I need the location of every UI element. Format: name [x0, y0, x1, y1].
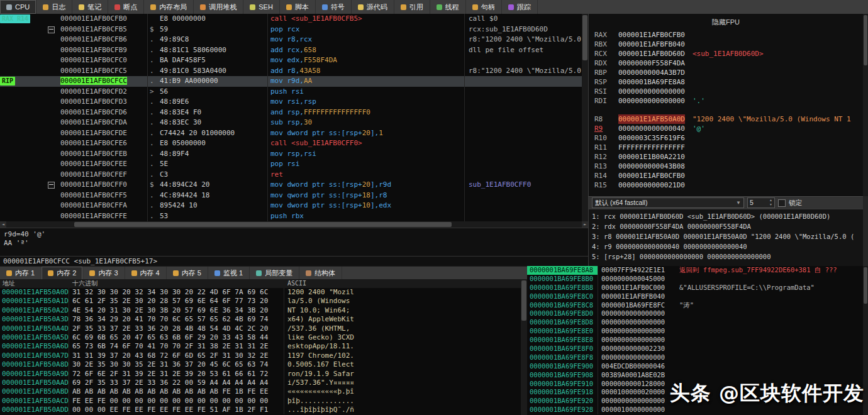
register-value[interactable]: 000001E1AFB0CFB0 — [618, 171, 685, 180]
main-tab-seh[interactable]: SEH — [243, 0, 280, 14]
dump-row[interactable]: 000001E1AFB50ADD00 00 00 EE FE EE FE EE … — [0, 406, 521, 414]
dump-scrollbar[interactable] — [521, 279, 527, 415]
collapse-function-icon[interactable] — [48, 182, 55, 189]
register-value[interactable]: 000001E1AFB0CFB0 — [618, 30, 685, 40]
disasm-row[interactable]: 000001E1AFB0CFDE.C74424 20 01000000mov d… — [0, 128, 588, 139]
stack-row[interactable]: 0000001BA69FE900004EDCDB00000046 — [527, 362, 863, 371]
main-tab-trace[interactable]: 跟踪 — [502, 0, 538, 14]
stack-row[interactable]: 0000001BA69FE8D80000000000000000 — [527, 318, 863, 327]
stack-row[interactable]: 0000001BA69FE8B00000000000045000 — [527, 275, 863, 284]
register-value[interactable]: 000001E1AFB50A0D — [618, 114, 685, 124]
disasm-row[interactable]: 000001E1AFB0CFB5$59pop rcxrcx:sub_1E1AFB… — [0, 25, 588, 35]
register-row-rax[interactable]: RAX000001E1AFB0CFB0 — [589, 30, 863, 40]
stack-row[interactable]: 0000001BA69FE8E80000000000000000 — [527, 336, 863, 345]
scroll-right-arrow-icon[interactable]: ► — [582, 221, 588, 228]
main-tab-script[interactable]: 脚本 — [280, 0, 316, 14]
disasm-row[interactable]: 000001E1AFB0CFD2>56push rsi — [0, 87, 588, 97]
main-tab-memory-map[interactable]: 内存布局 — [144, 0, 194, 14]
dump-row[interactable]: 000001E1AFB50A2D4E 54 20 31 30 2E 30 3B … — [0, 306, 521, 315]
register-value[interactable]: 0000001BA69FE8A8 — [618, 77, 685, 87]
register-row-r9[interactable]: R90000000000000040'@' — [589, 124, 863, 133]
stack-row[interactable]: 0000001BA69FE8E00000000000000000 — [527, 327, 863, 336]
dump-row[interactable]: 000001E1AFB50A9D72 6F 6E 2F 31 39 2E 31 … — [0, 370, 521, 379]
registers-pane[interactable]: 隐藏FPU RAX000001E1AFB0CFB0RBX000001E1AFBF… — [588, 14, 863, 196]
main-tab-source[interactable]: 源代码 — [352, 0, 394, 14]
hide-fpu-button[interactable]: 隐藏FPU — [589, 14, 863, 30]
dump-tab-dump-4[interactable]: 内存 4 — [125, 267, 167, 280]
lock-checkbox[interactable] — [778, 199, 786, 207]
main-tab-symbols[interactable]: 符号 — [316, 0, 352, 14]
register-value[interactable]: 000001E1AFB0D60D — [618, 49, 685, 58]
register-row-rsi[interactable]: RSI0000000000000000 — [589, 87, 863, 96]
stack-row[interactable]: 0000001BA69FE8F80000000000000000 — [527, 353, 863, 362]
register-row-rbx[interactable]: RBX000001E1AFBFB040 — [589, 40, 863, 49]
scrollbar-thumb[interactable] — [74, 222, 452, 227]
register-value[interactable]: 0000000000000000 — [618, 87, 685, 96]
disasm-row[interactable]: 000001E1AFB0CFF0$44:894C24 20mov dword p… — [0, 180, 588, 191]
dump-row[interactable]: 000001E1AFB50A6D65 73 6B 74 6F 70 41 70 … — [0, 342, 521, 351]
scrollbar-thumb[interactable] — [521, 280, 526, 321]
stack-row[interactable]: 0000001BA69FE8D00000000000000000 — [527, 309, 863, 318]
disasm-row[interactable]: RIP000001E1AFB0CFCC.41:B9 AA000000mov r9… — [0, 76, 588, 87]
register-row-r13[interactable]: R130000000000043B08 — [589, 162, 863, 171]
collapse-function-icon[interactable] — [48, 26, 55, 33]
register-row-r14[interactable]: R14000001E1AFB0CFB0 — [589, 171, 863, 180]
register-value[interactable]: 0000000000000040 — [618, 124, 685, 133]
disassembly-horizontal-scrollbar[interactable]: ◄ ► — [0, 221, 588, 228]
register-value[interactable]: 0000000000043B08 — [618, 162, 685, 171]
dump-row[interactable]: 000001E1AFB50ACDFE EE FE 00 00 00 00 00 … — [0, 397, 521, 406]
dump-row[interactable]: 000001E1AFB50A8D30 2E 35 30 30 35 2E 31 … — [0, 360, 521, 369]
arguments-pane[interactable]: 1: rcx 000001E1AFB0D60D <sub_1E1AFB0D60D… — [588, 209, 863, 266]
registers-scrollbar[interactable] — [863, 14, 868, 196]
disasm-row[interactable]: 000001E1AFB0CFFA.895424 10mov dword ptr … — [0, 201, 588, 211]
main-tab-notes[interactable]: 笔记 — [72, 0, 108, 14]
stack-row[interactable]: 0000001BA69FE8C80000001BA69FE8FC"涛" — [527, 301, 863, 310]
stack-row[interactable]: 0000001BA69FE8B8000001E1AFB0C000&"ALLUSE… — [527, 284, 863, 292]
calling-convention-select[interactable]: 默认 (x64 fastcall) ▼ — [592, 197, 744, 208]
disasm-row[interactable]: 000001E1AFB0CFDA.48:83EC 30sub rsp,30 — [0, 118, 588, 128]
disasm-row[interactable]: 000001E1AFB0CFC0.BA DAF458F5mov edx,F558… — [0, 55, 588, 66]
register-row-r15[interactable]: R1500000000000021D0 — [589, 180, 863, 190]
scroll-left-arrow-icon[interactable]: ◄ — [0, 221, 6, 228]
stack-row[interactable]: 0000001BA69FE8F00000000000002230 — [527, 345, 863, 353]
register-value[interactable]: 00000000000021D0 — [618, 180, 685, 190]
scrollbar-thumb[interactable] — [864, 15, 867, 65]
register-row-rdx[interactable]: RDX00000000F558F4DA — [589, 58, 863, 68]
dump-row[interactable]: 000001E1AFB50ABDAB AB AB AB AB AB AB AB … — [0, 387, 521, 396]
register-row-r11[interactable]: R11FFFFFFFFFFFFFFFF — [589, 143, 863, 152]
dump-row[interactable]: 000001E1AFB50A5D6C 69 6B 65 20 47 65 63 … — [0, 333, 521, 342]
main-tab-cpu[interactable]: CPU — [0, 0, 36, 14]
disasm-row[interactable]: 000001E1AFB0CFD3.48:89E6mov rsi,rsp — [0, 97, 588, 108]
register-row-rsp[interactable]: RSP0000001BA69FE8A8 — [589, 77, 863, 87]
register-value[interactable]: 0000003C35F619F6 — [618, 133, 685, 143]
argument-count-spinner[interactable]: 5 ▲▼ — [747, 197, 775, 208]
disasm-row[interactable]: 000001E1AFB0CFF5.4C:894424 18mov qword p… — [0, 191, 588, 201]
dump-row[interactable]: 000001E1AFB50AAD69 2F 35 33 37 2E 33 36 … — [0, 379, 521, 387]
dump-tab-dump-5[interactable]: 内存 5 — [167, 267, 208, 280]
disasm-row[interactable]: 000001E1AFB0CFEB.48:89F4mov rsp,rsi — [0, 149, 588, 160]
disasm-row[interactable]: RAX R14000001E1AFB0CFB0E8 00000000call <… — [0, 14, 588, 25]
disasm-row[interactable]: 000001E1AFB0CFB6.49:89C8mov r8,rcxr8:"12… — [0, 35, 588, 45]
dump-tab-dump-3[interactable]: 内存 3 — [83, 267, 125, 280]
scrollbar-thumb[interactable] — [864, 267, 867, 304]
register-row-rdi[interactable]: RDI0000000000000000'.' — [589, 96, 863, 106]
main-tab-call-stack[interactable]: 调用堆栈 — [194, 0, 243, 14]
disassembly-vertical-scrollbar[interactable] — [582, 14, 588, 221]
dump-pane[interactable]: 地址 十六进制 ASCII 000001E1AFB50A0D31 32 30 3… — [0, 279, 521, 415]
register-row-rbp[interactable]: RBP00000000004A3B7D — [589, 68, 863, 77]
register-value[interactable]: 00000000004A3B7D — [618, 68, 685, 77]
dump-row[interactable]: 000001E1AFB50A3D78 36 34 29 20 41 70 70 … — [0, 315, 521, 324]
dump-tab-watch-1[interactable]: 监视 1 — [208, 267, 250, 280]
disasm-row[interactable]: 000001E1AFB0CFD6.48:83E4 F0and rsp,FFFFF… — [0, 108, 588, 118]
register-row-r12[interactable]: R12000001E1B00A2210 — [589, 152, 863, 162]
disasm-row[interactable]: 000001E1AFB0CFEF.C3ret — [0, 170, 588, 180]
main-tab-breakpoints[interactable]: 断点 — [108, 0, 144, 14]
dump-row[interactable]: 000001E1AFB50A7D31 31 39 37 20 43 68 72 … — [0, 351, 521, 360]
stack-row[interactable]: 0000001BA69FE8C0000001E1AFBFB040 — [527, 292, 863, 301]
register-value[interactable]: 00000000F558F4DA — [618, 58, 685, 68]
disassembly-pane[interactable]: RAX R14000001E1AFB0CFB0E8 00000000call <… — [0, 14, 588, 221]
register-value[interactable]: FFFFFFFFFFFFFFFF — [618, 143, 685, 152]
scrollbar-thumb[interactable] — [582, 15, 587, 60]
stack-row[interactable]: 0000001BA69FE8A800007FF94922E1E1返回到 ffmp… — [527, 266, 863, 275]
dump-tab-locals[interactable]: 局部变量 — [250, 267, 299, 280]
